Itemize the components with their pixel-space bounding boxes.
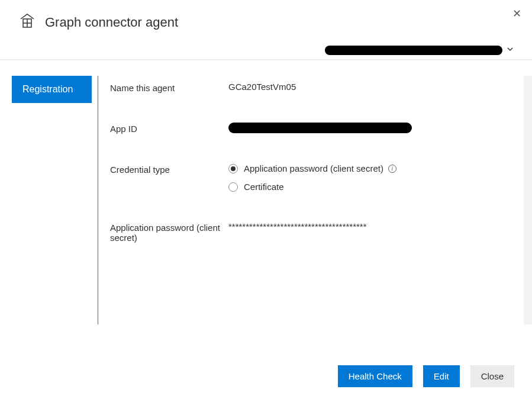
radio-password-label: Application password (client secret) — [244, 163, 383, 173]
credential-label: Credential type — [110, 163, 228, 175]
edit-button[interactable]: Edit — [423, 365, 460, 387]
dialog-header: Graph connector agent — [0, 0, 532, 39]
row-password: Application password (client secret) ***… — [110, 221, 520, 243]
dialog-title: Graph connector agent — [45, 15, 178, 30]
main-area: Registration Name this agent GCa20TestVm… — [0, 60, 532, 324]
content-panel: Name this agent GCa20TestVm05 App ID Cre… — [98, 76, 532, 324]
side-nav: Registration — [0, 76, 98, 324]
chevron-down-icon — [506, 45, 514, 56]
row-name: Name this agent GCa20TestVm05 — [110, 82, 520, 93]
row-credential-type: Credential type Application password (cl… — [110, 163, 520, 192]
close-icon[interactable]: ✕ — [512, 7, 521, 20]
footer-buttons: Health Check Edit Close — [338, 365, 514, 387]
radio-unselected-icon — [228, 182, 238, 192]
info-icon[interactable]: i — [388, 165, 396, 173]
credential-radio-group: Application password (client secret) i C… — [228, 163, 396, 192]
row-appid: App ID — [110, 123, 520, 134]
radio-application-password[interactable]: Application password (client secret) i — [228, 163, 396, 173]
appid-value-redacted — [228, 123, 412, 133]
radio-selected-icon — [228, 164, 238, 173]
account-name-redacted — [325, 46, 502, 55]
close-button[interactable]: Close — [470, 365, 514, 387]
scrollbar[interactable] — [524, 76, 532, 324]
name-value: GCa20TestVm05 — [228, 82, 296, 92]
appid-label: App ID — [110, 123, 228, 134]
name-label: Name this agent — [110, 82, 228, 93]
radio-certificate-label: Certificate — [244, 182, 284, 192]
health-check-button[interactable]: Health Check — [338, 365, 412, 387]
password-label: Application password (client secret) — [110, 221, 228, 243]
radio-certificate[interactable]: Certificate — [228, 182, 396, 192]
tab-registration[interactable]: Registration — [12, 76, 92, 103]
password-value: **************************************** — [228, 221, 367, 231]
agent-icon — [18, 12, 37, 33]
account-bar[interactable] — [0, 39, 532, 60]
